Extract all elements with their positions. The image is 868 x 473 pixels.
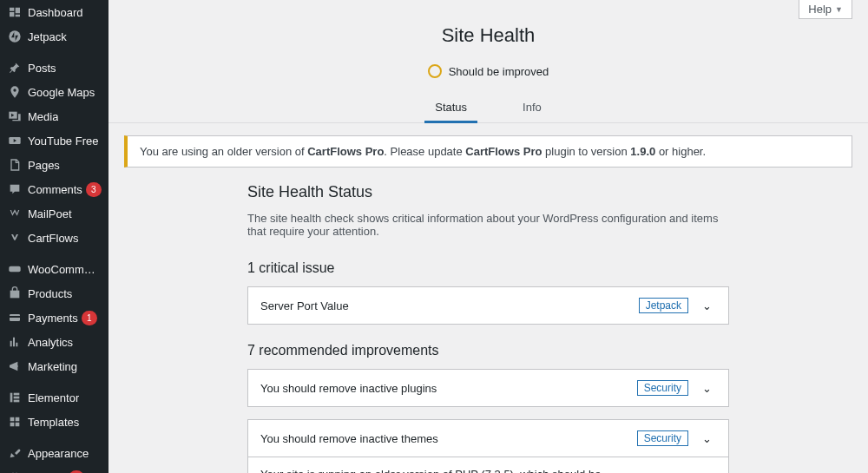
sidebar-separator	[0, 378, 108, 385]
issue-card: Server Port Value Jetpack ⌄	[247, 286, 729, 325]
sidebar-item-label: Products	[28, 287, 72, 300]
sidebar-badge: 1	[69, 470, 84, 474]
sidebar-item-label: MailPoet	[28, 207, 72, 220]
sidebar-item-mailpoet[interactable]: MailPoet	[0, 201, 108, 226]
payments-icon	[7, 310, 23, 325]
templates-icon	[7, 414, 23, 430]
woo-icon	[7, 261, 23, 277]
plugins-icon	[7, 470, 23, 473]
sidebar-item-label: Dashboard	[28, 6, 83, 19]
sidebar-item-cartflows[interactable]: CartFlows	[0, 226, 108, 250]
main-content: Help ▼ Site Health Should be improved St…	[108, 0, 868, 473]
sidebar-item-elementor[interactable]: Elementor	[0, 385, 108, 410]
sidebar-item-plugins[interactable]: Plugins1	[0, 465, 108, 473]
issue-row[interactable]: Server Port Value Jetpack ⌄	[248, 287, 728, 324]
sidebar-item-label: Media	[28, 110, 58, 123]
issue-tag: Security	[637, 430, 688, 446]
sidebar-item-jetpack[interactable]: Jetpack	[0, 24, 108, 49]
sidebar-badge: 3	[86, 182, 102, 197]
sidebar-item-media[interactable]: Media	[0, 104, 108, 128]
sidebar-item-google-maps[interactable]: Google Maps	[0, 80, 108, 104]
svg-rect-5	[10, 393, 13, 403]
issue-title: You should remove inactive themes	[260, 432, 637, 445]
media-icon	[7, 108, 23, 124]
sidebar-item-products[interactable]: Products	[0, 281, 108, 305]
sidebar-separator	[0, 434, 108, 441]
chevron-down-icon: ⌄	[697, 432, 716, 445]
sidebar-item-appearance[interactable]: Appearance	[0, 441, 108, 465]
issue-tag: Jetpack	[639, 298, 688, 313]
recommended-list: You should remove inactive pluginsSecuri…	[247, 369, 729, 473]
recommended-heading: 7 recommended improvements	[247, 343, 729, 358]
sidebar-item-dashboard[interactable]: Dashboard	[0, 0, 108, 24]
critical-heading: 1 critical issue	[247, 260, 729, 276]
sidebar-item-woocommerce[interactable]: WooCommerce	[0, 257, 108, 281]
sidebar-separator	[0, 250, 108, 257]
page-icon	[7, 157, 23, 173]
tab-info[interactable]: Info	[512, 94, 552, 123]
sidebar-item-youtube-free[interactable]: YouTube Free	[0, 128, 108, 153]
pin-icon	[7, 60, 23, 76]
chevron-down-icon: ⌄	[697, 382, 716, 395]
jetpack-icon	[7, 29, 23, 44]
health-content: Site Health Status The site health check…	[247, 183, 729, 473]
issue-title: You should remove inactive plugins	[260, 382, 637, 395]
issue-card: Your site is running an older version of…	[247, 457, 729, 473]
sidebar-item-label: Jetpack	[28, 30, 67, 43]
help-tab[interactable]: Help ▼	[799, 0, 852, 19]
svg-rect-8	[14, 400, 20, 403]
svg-point-1	[13, 89, 16, 91]
sidebar-badge: 1	[82, 311, 97, 325]
status-ring-icon	[428, 64, 442, 78]
issue-row[interactable]: You should remove inactive themesSecurit…	[248, 420, 728, 457]
sidebar-separator	[0, 49, 108, 56]
sidebar-item-label: Posts	[28, 62, 56, 75]
analytics-icon	[7, 334, 23, 350]
sidebar-item-pages[interactable]: Pages	[0, 153, 108, 177]
health-tabs: Status Info	[108, 94, 868, 123]
help-label: Help	[808, 3, 832, 16]
issue-tag: Security	[637, 380, 688, 396]
mappin-icon	[7, 84, 23, 100]
sidebar-item-payments[interactable]: Payments1	[0, 305, 108, 330]
issue-row[interactable]: Your site is running an older version of…	[248, 457, 728, 473]
sidebar-item-label: Payments	[28, 312, 78, 325]
section-heading: Site Health Status	[247, 183, 729, 201]
svg-point-0	[9, 30, 20, 42]
admin-sidebar: DashboardJetpackPostsGoogle MapsMediaYou…	[0, 0, 108, 473]
sidebar-item-comments[interactable]: Comments3	[0, 177, 108, 201]
chevron-down-icon: ⌄	[697, 299, 716, 312]
sidebar-item-label: Pages	[28, 159, 60, 172]
cartflows-icon	[7, 230, 23, 246]
chevron-down-icon: ▼	[835, 5, 843, 14]
sidebar-item-label: Marketing	[28, 360, 77, 373]
sidebar-item-label: Analytics	[28, 336, 73, 349]
sidebar-item-label: Elementor	[28, 391, 79, 404]
sidebar-item-label: WooCommerce	[28, 263, 102, 276]
issue-title: Server Port Value	[260, 299, 639, 312]
section-desc: The site health check shows critical inf…	[247, 212, 729, 238]
admin-notice: You are using an older version of CartFl…	[124, 135, 852, 168]
issue-card: You should remove inactive pluginsSecuri…	[247, 369, 729, 407]
svg-rect-7	[14, 397, 20, 399]
issue-card: You should remove inactive themesSecurit…	[247, 419, 729, 457]
sidebar-item-label: YouTube Free	[28, 135, 98, 148]
sidebar-item-label: Google Maps	[28, 86, 95, 99]
appearance-icon	[7, 445, 23, 461]
sidebar-item-analytics[interactable]: Analytics	[0, 330, 108, 354]
page-title: Site Health	[108, 24, 868, 47]
svg-rect-2	[9, 266, 20, 273]
svg-rect-4	[10, 316, 20, 318]
sidebar-item-templates[interactable]: Templates	[0, 410, 108, 434]
tab-status[interactable]: Status	[424, 94, 477, 123]
sidebar-item-marketing[interactable]: Marketing	[0, 354, 108, 378]
sidebar-item-posts[interactable]: Posts	[0, 56, 108, 80]
sidebar-item-label: CartFlows	[28, 232, 79, 245]
issue-row[interactable]: You should remove inactive pluginsSecuri…	[248, 370, 728, 406]
sidebar-item-label: Comments	[28, 183, 82, 196]
issue-title: Your site is running an older version of…	[260, 468, 615, 473]
svg-rect-6	[14, 393, 20, 396]
products-icon	[7, 286, 23, 301]
mailpoet-icon	[7, 206, 23, 221]
sidebar-item-label: Appearance	[28, 447, 89, 460]
